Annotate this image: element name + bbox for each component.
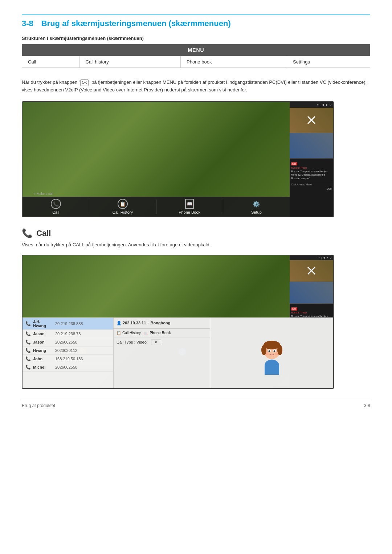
contact-row-4[interactable]: 📞 John 168.219.50.186 [23,355,113,363]
subsection-label: Strukturen i skærmjusteringsmenuen (skær… [22,36,370,41]
ok-key: OK [80,79,88,86]
contact-row-0[interactable]: 📞 J.H. Hwang 20.219.238.888 [23,318,113,330]
section-header: 3-8 Brug af skærmjusteringsmenuen (skærm… [22,15,370,28]
contact-icon-5: 📞 [25,365,31,370]
menu-btn-call-history[interactable]: 📋 Call History [89,197,156,216]
s2-news-badge: nbc [291,307,297,311]
menu-btn-setup[interactable]: ⚙️ Setup [223,197,290,216]
contact-row-1[interactable]: 📞 Jason 20.219.238.78 [23,330,113,338]
mini-btn-call-history[interactable]: 📋 Call History [117,331,141,335]
menu-label-call-history: Call History [113,210,133,214]
contact-panel: 📞 J.H. Hwang 20.219.238.888 📞 Jason 20.2… [23,317,113,388]
svg-point-14 [275,352,278,355]
svg-point-12 [273,350,275,352]
section-title-text: Brug af skærmjusteringsmenuen (skærmmenu… [41,19,231,28]
svg-point-7 [261,345,266,355]
svg-point-13 [266,352,269,355]
contact-name-0: J.H. Hwang [33,319,53,328]
news-footer-1: Click to read More [291,182,332,186]
screen-mockup-1: + | ◄ ► ? nbc Russia: Troop Russia: Troo… [22,101,334,217]
thumb-1 [290,108,333,133]
contact-icon-3: 📞 [25,348,31,353]
contact-icon-1: 📞 [25,331,31,336]
svg-point-8 [277,345,282,355]
call-title: Call [36,229,51,238]
close-icon [306,115,317,126]
contact-num-1: 20.219.238.78 [55,332,81,336]
question-icon: ? [33,192,35,196]
call-type-label: Call Type : Video [117,340,147,344]
contact-num-0: 20.219.238.888 [55,321,83,326]
contact-row-3[interactable]: 📞 Hwang 2023030112 [23,346,113,355]
book-icon-small: 📖 [144,331,148,335]
menu-btn-phone-book[interactable]: 📖 Phone Book [156,197,223,216]
screen-mockup-2: 1 2 3 + | ◄ ► ? nbc Russia: Troop Russia… [22,255,334,389]
thumb-2 [290,133,333,159]
middle-panel: 👤 202.10.33.11 – Bongbong 📋 Call History… [113,317,211,388]
contact-icon-2: 📞 [25,340,31,345]
news-badge-1: nbc [291,162,297,165]
footer-left: Brug af produktet [22,403,55,408]
person-icon: 👤 [117,321,122,325]
calling-info: 👤 202.10.33.11 – Bongbong [114,318,211,329]
call-section-heading: 📞 Call [22,228,370,238]
screen-right-panel-1: + | ◄ ► ? nbc Russia: Troop Russia: Troo… [290,102,333,217]
contact-name-3: Hwang [33,348,53,353]
menu-label-setup: Setup [251,210,262,214]
page-footer: Brug af produktet 3-8 [22,400,370,408]
s2-thumb2 [290,282,333,304]
screen-bottom-bar-1: 📞 Call 📋 Call History 📖 Phone Book ⚙️ Se… [23,197,290,217]
contact-name-4: John [33,357,53,361]
call-icon-large: 📞 [22,228,33,238]
menu-col-call: Call [22,56,80,68]
character-panel [210,317,333,388]
contact-icon-0: 📞 [25,321,31,326]
news-panel-1: nbc Russia: Troop Russia: Troop withdraw… [290,159,333,217]
phone-icon: 📞 [51,199,61,209]
call-type-row: Call Type : Video ▼ [114,337,211,347]
news-text-1: Russia: Troop withdrawal begins Monday; … [291,170,332,180]
menu-table-header: MENU [22,44,370,56]
contact-icon-4: 📞 [25,356,31,361]
menu-label-phone-book: Phone Book [179,210,200,214]
call-description: Vises, når du trykker på CALL på fjernbe… [22,242,370,247]
history-icon: 📋 [118,199,128,209]
character-avatar [257,331,286,375]
history-icon-small: 📋 [117,331,121,335]
s2-top-bar: + | ◄ ► ? [290,255,333,260]
contact-name-1: Jason [33,332,53,336]
contact-row-2[interactable]: 📞 Jason 2026062558 [23,338,113,346]
news-num-1: 209 [291,187,332,190]
section-title: 3-8 [22,19,33,28]
gear-icon: ⚙️ [251,199,261,209]
contact-num-5: 2026062558 [55,365,77,369]
contact-num-2: 2026062558 [55,340,77,344]
footer-right: 3-8 [364,403,370,408]
menu-col-call-history: Call history [79,56,180,68]
mini-btn-phone-book[interactable]: 📖 Phone Book [144,331,171,335]
contact-num-3: 2023030112 [55,348,77,353]
news-source-1: Russia: Troop [291,167,332,169]
book-icon: 📖 [185,199,194,209]
top-controls-1: + | ◄ ► ? [317,103,331,107]
make-call-hint: ? Make a call [33,192,53,196]
menu-label-call: Call [52,210,59,214]
body-text: Når du trykker på knappen "OK" på fjernb… [22,79,370,94]
s2-news-source: Russia: Troop [291,311,332,314]
svg-point-11 [268,350,270,352]
contact-row-5[interactable]: 📞 Michel 2026062558 [23,363,113,372]
middle-menu-bar: 📋 Call History 📖 Phone Book [114,329,211,337]
s2-thumb1 [290,260,333,282]
menu-btn-call[interactable]: 📞 Call [23,197,89,216]
contact-num-4: 168.219.50.186 [55,357,83,361]
contact-name-5: Michel [33,365,53,369]
dropdown-arrow-icon[interactable]: ▼ [151,340,161,345]
contact-name-2: Jason [33,340,53,344]
menu-col-settings: Settings [287,56,370,68]
menu-table: MENU Call Call history Phone book Settin… [22,44,370,68]
close-icon-2 [306,265,317,276]
s2-news: nbc Russia: Troop Russia: Troop withdraw… [290,304,333,319]
top-bar-1: + | ◄ ► ? [290,102,333,108]
menu-col-phone-book: Phone book [181,56,287,68]
